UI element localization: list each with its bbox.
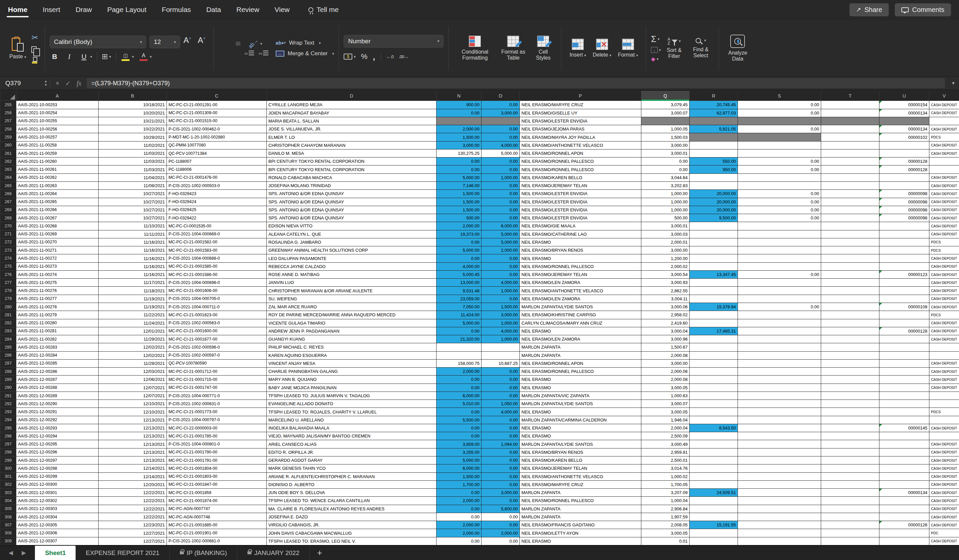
grid-cell[interactable]: AAIS-2021-11-00263 [16, 181, 99, 189]
grid-cell[interactable] [436, 343, 481, 351]
grid-cell[interactable]: 00000098 [879, 190, 929, 198]
sheet-tab-january-2022[interactable]: JANUARY 2022 [237, 546, 310, 560]
grid-cell[interactable]: 2,000.00 [436, 521, 481, 529]
grid-cell[interactable] [738, 521, 821, 529]
clear-button[interactable]: ◆▾ [651, 56, 661, 63]
grid-cell[interactable]: LEO DALUPAN PASAMONTE [267, 255, 436, 262]
grid-cell[interactable] [929, 117, 959, 125]
grid-cell[interactable]: 0.00 [481, 480, 520, 488]
grid-cell[interactable] [738, 383, 821, 391]
grid-cell[interactable]: 12/13/2021 [99, 432, 167, 440]
grid-cell[interactable] [821, 497, 879, 505]
grid-cell[interactable] [738, 335, 821, 343]
grid-cell[interactable]: 1,907.59 [641, 513, 690, 521]
formula-bar-expand-button[interactable]: ▼ [948, 81, 959, 86]
grid-cell[interactable] [879, 238, 929, 246]
align-right-button[interactable] [236, 52, 240, 55]
grid-cell[interactable]: 12/14/2021 [99, 473, 167, 480]
grid-cell[interactable] [929, 432, 959, 440]
grid-cell[interactable]: 8,543.50 [690, 424, 738, 432]
ribbon-tab-home[interactable]: Home [8, 0, 27, 19]
grid-cell[interactable]: 0.00 [436, 537, 481, 545]
grid-cell[interactable]: 2,000.00 [436, 529, 481, 537]
grid-cell[interactable] [738, 448, 821, 456]
grid-cell[interactable]: NEIL ERASMO/KAREN BELLO [520, 173, 641, 181]
grid-cell[interactable] [690, 319, 738, 327]
grid-cell[interactable]: 11/11/2021 [99, 230, 167, 238]
grid-cell[interactable]: P-CIS-2021-1002-000681-0 [167, 537, 267, 545]
grid-cell[interactable]: 1,000.00 [481, 287, 520, 295]
grid-cell[interactable] [821, 480, 879, 488]
grid-cell[interactable]: NEIL ERASMO/JEJOMA PARAS [520, 125, 641, 133]
grid-cell[interactable] [738, 173, 821, 181]
grid-cell[interactable]: MC-PC-CI-21-0001476-00 [167, 173, 267, 181]
grid-cell[interactable]: 11/08/2021 [99, 181, 167, 189]
row-header[interactable]: 307 [0, 521, 16, 529]
grid-cell[interactable]: 2,862.55 [641, 287, 690, 295]
grid-cell[interactable]: 00000128 [879, 158, 929, 165]
insert-cells-button[interactable]: ← Insert▾ [566, 38, 589, 59]
align-middle-button[interactable] [227, 42, 231, 45]
grid-cell[interactable] [879, 247, 929, 255]
grid-cell[interactable]: MC-PC-CI-21-0001804-00 [167, 465, 267, 473]
grid-cell[interactable]: 5,000.00 [436, 319, 481, 327]
grid-cell[interactable]: MARLON ZAPANTA [520, 505, 641, 513]
grid-cell[interactable]: CASH DEPOSIT [929, 480, 959, 488]
grid-cell[interactable] [879, 383, 929, 391]
bold-button[interactable]: B [49, 52, 60, 60]
sort-filter-button[interactable]: AZ ▾ Sort & Filter [661, 37, 687, 60]
grid-cell[interactable]: 4,000.00 [481, 278, 520, 287]
grid-cell[interactable]: CASH DEPOSIT [929, 190, 959, 198]
grid-cell[interactable]: SPS. ANTONIO &/OR EDNA QUINSAY [267, 206, 436, 214]
grid-cell[interactable]: 0.00 [436, 255, 481, 262]
row-header[interactable]: 259 [0, 133, 16, 141]
grid-cell[interactable]: 10/29/2021 [99, 133, 167, 141]
grid-cell[interactable] [690, 181, 738, 189]
grid-cell[interactable]: 12/13/2021 [99, 448, 167, 456]
grid-cell[interactable]: 1,946.04 [641, 416, 690, 424]
grid-cell[interactable]: 11/22/2021 [99, 311, 167, 319]
row-header[interactable]: 276 [0, 270, 16, 278]
grid-cell[interactable] [879, 416, 929, 424]
grid-cell[interactable]: 9,531.48 [436, 287, 481, 295]
grid-cell[interactable] [690, 311, 738, 319]
grid-cell[interactable] [821, 529, 879, 537]
row-header[interactable]: 268 [0, 206, 16, 214]
grid-cell[interactable] [738, 181, 821, 189]
grid-cell[interactable]: 3,000.03 [641, 230, 690, 238]
grid-cell[interactable]: 3,000.05 [641, 383, 690, 391]
grid-cell[interactable] [879, 375, 929, 383]
grid-cell[interactable]: AAIS-2021-12-00290 [16, 400, 99, 408]
row-header[interactable]: 256 [0, 109, 16, 117]
row-header[interactable]: 284 [0, 335, 16, 343]
grid-cell[interactable] [821, 255, 879, 262]
grid-cell[interactable]: 00000108 [879, 303, 929, 311]
grid-cell[interactable]: 20,745.45 [690, 101, 738, 109]
grid-cell[interactable]: CASH DEPOSIT [929, 198, 959, 206]
grid-cell[interactable]: 0.00 [436, 375, 481, 383]
grid-cell[interactable]: JOSEFINA E. DAZO [267, 513, 436, 521]
grid-cell[interactable]: 0.00 [738, 198, 821, 206]
grid-cell[interactable]: 2,000.00 [436, 125, 481, 133]
grid-cell[interactable]: MARLON ZAPANTA/VIC ZAPANTA [520, 391, 641, 399]
grid-cell[interactable]: 3,000.00 [481, 109, 520, 117]
grid-cell[interactable]: 11/16/2021 [99, 247, 167, 255]
grid-cell[interactable]: 2,500.09 [641, 432, 690, 440]
grid-cell[interactable]: MC-PC-CI-22-0000003-00 [167, 424, 267, 432]
increase-font-button[interactable]: A˄ [183, 36, 194, 48]
grid-cell[interactable]: CASH DEPOSIT [929, 262, 959, 270]
grid-cell[interactable]: CASH DEPOSIT [929, 141, 959, 149]
column-header-D[interactable]: D [267, 91, 436, 101]
row-header[interactable]: 260 [0, 141, 16, 149]
add-sheet-button[interactable]: + [310, 546, 329, 560]
grid-cell[interactable]: CASH DEPOSIT [929, 497, 959, 505]
grid-cell[interactable]: 4,000.00 [481, 408, 520, 416]
grid-cell[interactable]: PDCS [929, 247, 959, 255]
grid-cell[interactable]: CASH DEPOSIT [929, 457, 959, 465]
grid-cell[interactable]: 2,000.00 [481, 529, 520, 537]
grid-cell[interactable]: MC-PC-CI-21-0001291-00 [167, 101, 267, 109]
grid-cell[interactable] [738, 537, 821, 545]
grid-cell[interactable]: 5,000.00 [481, 230, 520, 238]
grid-cell[interactable] [690, 149, 738, 157]
grid-cell[interactable] [821, 440, 879, 448]
